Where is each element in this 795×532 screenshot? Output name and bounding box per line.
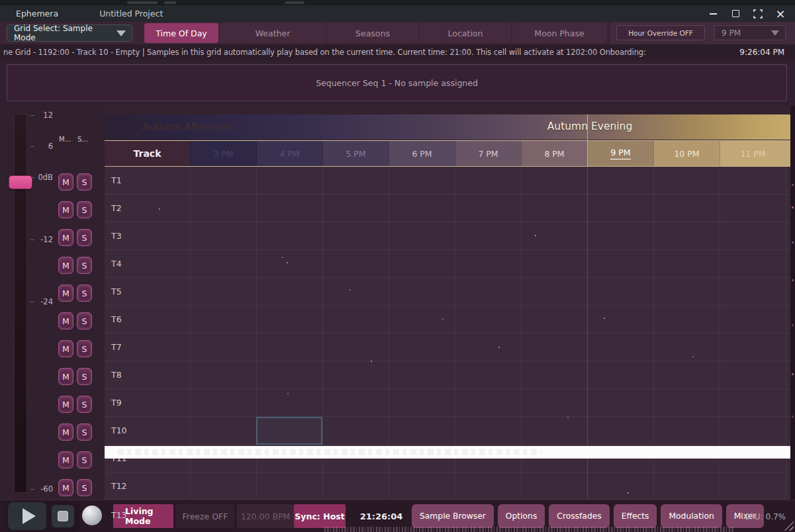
tab-seasons[interactable]: Seasons (327, 23, 418, 43)
mute-button[interactable]: M (58, 451, 73, 468)
mute-button[interactable]: M (58, 285, 73, 302)
panel-button-options[interactable]: Options (498, 504, 545, 528)
fullscreen-button[interactable] (751, 8, 765, 20)
sequencer-panel[interactable]: Sequencer Seq 1 - No sample assigned (7, 64, 787, 101)
hour-col-7-pm[interactable]: 7 PM (455, 141, 521, 166)
scroll-strip[interactable] (790, 106, 795, 500)
solo-button[interactable]: S (77, 201, 92, 218)
minimize-button[interactable] (706, 8, 720, 20)
db-scale-label: -12 (30, 235, 53, 244)
stop-button[interactable] (52, 505, 74, 527)
track-row-t2[interactable]: T2 (105, 195, 790, 222)
minimize-icon (710, 13, 717, 15)
scroll-strip-speck (792, 206, 794, 208)
track-row-t8[interactable]: T8 (105, 361, 790, 389)
status-clock: 9:26:04 PM (739, 48, 784, 57)
tab-time-of-day[interactable]: Time Of Day (144, 23, 218, 43)
track-row-t9[interactable]: T9 (105, 389, 790, 417)
track-row-t7[interactable]: T7 (105, 333, 790, 361)
hour-col-5-pm[interactable]: 5 PM (322, 141, 389, 166)
track-row-t1[interactable]: T1 (105, 167, 790, 195)
db-scale-label: 6 (30, 142, 53, 151)
current-time-playhead (587, 114, 588, 167)
maximize-button[interactable] (729, 8, 742, 20)
fader-handle[interactable] (9, 175, 32, 189)
hour-col-3-pm[interactable]: 3 PM (190, 141, 256, 166)
panel-button-modulation[interactable]: Modulation (661, 504, 722, 528)
track-row-t5[interactable]: T5 (105, 278, 790, 306)
close-button[interactable]: × (774, 8, 787, 20)
mute-button[interactable]: M (58, 312, 73, 330)
track-label: T6 (111, 314, 122, 324)
volume-fader[interactable] (14, 114, 27, 493)
hour-label: 11 PM (740, 149, 765, 159)
hour-col-9-pm[interactable]: 9 PM (587, 141, 653, 166)
period-afternoon-label: Autumn Afternoon (142, 121, 233, 133)
background-window-artifact (285, 1, 304, 4)
play-icon (23, 508, 36, 524)
hour-override-button[interactable]: Hour Override OFF (616, 25, 705, 40)
hour-col-4-pm[interactable]: 4 PM (256, 141, 322, 166)
db-scale-label: 12 (30, 111, 53, 120)
play-button[interactable] (8, 502, 46, 530)
hour-select-dropdown[interactable]: 9 PM (714, 25, 786, 40)
track-row-t12[interactable]: T12 (105, 472, 790, 500)
solo-button[interactable]: S (77, 368, 92, 385)
solo-button[interactable]: S (77, 423, 92, 441)
tab-moon-phase[interactable]: Moon Phase (512, 23, 606, 43)
track-row-t3[interactable]: T3 (105, 222, 790, 250)
track-label-t13-overlay: T13 (111, 510, 127, 520)
solo-button[interactable]: S (77, 173, 92, 191)
mute-button[interactable]: M (58, 173, 73, 191)
solo-button[interactable]: S (77, 257, 92, 274)
track-row-t4[interactable]: T4 (105, 250, 790, 278)
panel-button-crossfades[interactable]: Crossfades (549, 504, 609, 528)
app-title: Ephemera (16, 9, 58, 19)
mixer-panel: M... S... 1260dB-12-24-60 MSMSMSMSMSMSMS… (0, 106, 105, 500)
panel-buttons: Sample BrowserOptionsCrossfadesEffectsMo… (412, 504, 764, 528)
solo-button[interactable]: S (77, 479, 92, 496)
solo-button[interactable]: S (77, 396, 92, 413)
mute-button[interactable]: M (58, 479, 73, 496)
panel-button-sample-browser[interactable]: Sample Browser (412, 504, 494, 528)
track-row-t10[interactable]: T10 (105, 417, 790, 445)
sequencer-label: Sequencer Seq 1 - No sample assigned (316, 78, 478, 88)
cpu-display: CPU: 0.7% (744, 500, 786, 532)
solo-button[interactable]: S (77, 229, 92, 246)
grid-select-dropdown[interactable]: Grid Select: Sample Mode (7, 24, 132, 42)
track-row-t6[interactable]: T6 (105, 306, 790, 333)
mute-button[interactable]: M (58, 229, 73, 246)
fullscreen-icon (753, 9, 763, 19)
hour-label: 3 PM (213, 149, 233, 159)
freeze-button[interactable]: Freeze OFF (176, 504, 234, 528)
mute-button[interactable]: M (58, 257, 73, 274)
record-button[interactable] (82, 506, 102, 525)
mute-button[interactable]: M (58, 201, 73, 218)
solo-button[interactable]: S (77, 285, 92, 302)
track-label: T3 (111, 231, 122, 241)
hour-col-11-pm[interactable]: 11 PM (720, 141, 786, 166)
hour-col-8-pm[interactable]: 8 PM (521, 141, 587, 166)
solo-button[interactable]: S (77, 451, 92, 468)
tab-bar: Time Of DayWeatherSeasonsLocationMoon Ph… (144, 23, 606, 43)
sync-button[interactable]: Sync: Host (294, 504, 346, 528)
mute-button[interactable]: M (58, 340, 73, 357)
mute-button[interactable]: M (58, 396, 73, 413)
bpm-display[interactable]: 120.00 BPM (237, 504, 294, 528)
panel-button-effects[interactable]: Effects (614, 504, 657, 528)
solo-button[interactable]: S (77, 340, 92, 357)
bottombar: T13 Living Mode Freeze OFF 120.00 BPM Sy… (0, 500, 795, 532)
hour-label: 9 PM (610, 148, 630, 159)
selected-cell[interactable] (256, 417, 322, 445)
track-label: T1 (111, 175, 122, 185)
mute-button[interactable]: M (58, 368, 73, 385)
tab-location[interactable]: Location (420, 23, 511, 43)
solo-button[interactable]: S (77, 312, 92, 330)
tab-weather[interactable]: Weather (220, 23, 326, 43)
hour-col-10-pm[interactable]: 10 PM (653, 141, 720, 166)
hour-col-6-pm[interactable]: 6 PM (389, 141, 455, 166)
grid-select-label: Grid Select: Sample Mode (14, 24, 117, 42)
track-label: T2 (111, 203, 122, 213)
hour-label: 5 PM (346, 149, 365, 159)
mute-button[interactable]: M (58, 423, 73, 441)
